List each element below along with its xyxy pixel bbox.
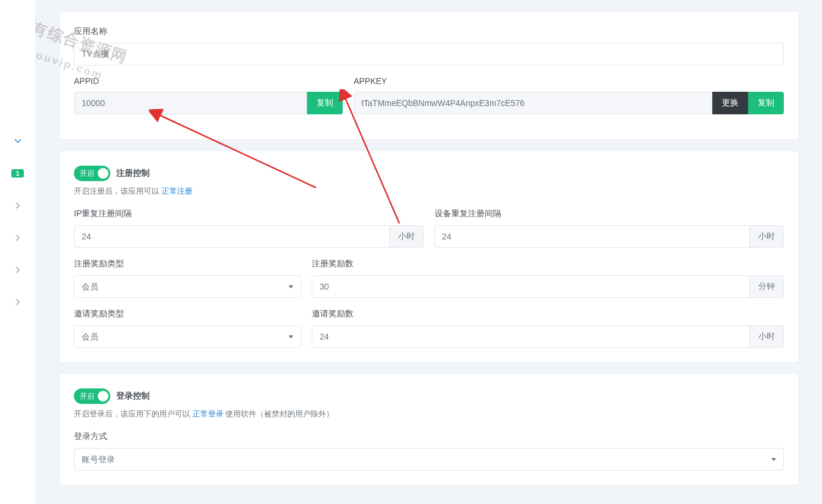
reward-count-label: 注册奖励数 <box>312 259 784 269</box>
login-section-title: 登录控制 <box>116 391 150 402</box>
register-control-card: 开启 注册控制 开启注册后，该应用可以 正常注册 IP重复注册间隔 小时 设备重… <box>60 151 798 362</box>
sidebar-item-menu4[interactable] <box>0 286 35 318</box>
sidebar-item-expand[interactable] <box>0 125 35 157</box>
chevron-right-icon <box>15 267 21 273</box>
login-toggle[interactable]: 开启 <box>74 388 110 404</box>
appkey-label: APPKEY <box>353 76 784 86</box>
copy-appkey-button[interactable]: 复制 <box>748 92 784 114</box>
invite-count-label: 邀请奖励数 <box>312 309 784 319</box>
notification-badge: 1 <box>11 169 23 178</box>
device-interval-label: 设备重复注册间隔 <box>435 209 784 219</box>
main-content: 应用名称 APPID 复制 APPKEY 更换 复制 <box>36 0 822 504</box>
ip-interval-input[interactable] <box>74 225 390 248</box>
register-hint-link[interactable]: 正常注册 <box>162 186 193 195</box>
device-interval-input[interactable] <box>435 225 750 248</box>
login-hint-prefix: 开启登录后，该应用下的用户可以 <box>74 409 193 418</box>
appid-input[interactable] <box>74 92 307 114</box>
sidebar-item-badge[interactable]: 1 <box>0 157 35 189</box>
toggle-on-label: 开启 <box>80 169 94 179</box>
ip-interval-unit: 小时 <box>390 225 424 248</box>
toggle-knob <box>98 391 108 402</box>
change-appkey-button[interactable]: 更换 <box>712 92 748 114</box>
toggle-knob <box>98 168 108 179</box>
login-method-select[interactable]: 账号登录 <box>74 448 784 471</box>
sidebar-item-menu3[interactable] <box>0 254 35 286</box>
app-info-card: 应用名称 APPID 复制 APPKEY 更换 复制 <box>60 12 798 139</box>
sidebar-item-menu2[interactable] <box>0 222 35 254</box>
reward-count-input[interactable] <box>312 275 750 298</box>
login-hint-link[interactable]: 正常登录 <box>193 409 224 418</box>
invite-type-select[interactable]: 会员 <box>74 325 301 348</box>
chevron-right-icon <box>15 203 21 209</box>
reward-type-select[interactable]: 会员 <box>74 275 301 298</box>
login-hint: 开启登录后，该应用下的用户可以 正常登录 使用软件（被禁封的用户除外） <box>74 409 784 419</box>
chevron-down-icon <box>15 138 21 144</box>
chevron-right-icon <box>15 235 21 241</box>
sidebar-item-menu1[interactable] <box>0 189 35 222</box>
login-hint-suffix: 使用软件（被禁封的用户除外） <box>224 409 334 418</box>
device-interval-unit: 小时 <box>750 225 784 248</box>
login-control-card: 开启 登录控制 开启登录后，该应用下的用户可以 正常登录 使用软件（被禁封的用户… <box>60 374 798 485</box>
invite-type-label: 邀请奖励类型 <box>74 309 301 319</box>
login-method-label: 登录方式 <box>74 431 784 442</box>
copy-appid-button[interactable]: 复制 <box>307 92 343 114</box>
register-hint: 开启注册后，该应用可以 正常注册 <box>74 186 784 197</box>
sidebar: 1 <box>0 0 36 504</box>
app-name-input[interactable] <box>74 43 784 66</box>
register-toggle[interactable]: 开启 <box>74 166 110 181</box>
invite-count-input[interactable] <box>312 325 750 348</box>
register-section-title: 注册控制 <box>116 168 150 179</box>
chevron-right-icon <box>15 299 21 305</box>
app-name-label: 应用名称 <box>74 26 784 37</box>
appid-label: APPID <box>74 76 343 86</box>
reward-count-unit: 分钟 <box>750 275 784 298</box>
ip-interval-label: IP重复注册间隔 <box>74 209 424 219</box>
toggle-on-label: 开启 <box>80 391 94 402</box>
invite-count-unit: 小时 <box>750 325 784 348</box>
reward-type-label: 注册奖励类型 <box>74 259 301 269</box>
appkey-input[interactable] <box>353 92 712 114</box>
register-hint-prefix: 开启注册后，该应用可以 <box>74 186 162 195</box>
